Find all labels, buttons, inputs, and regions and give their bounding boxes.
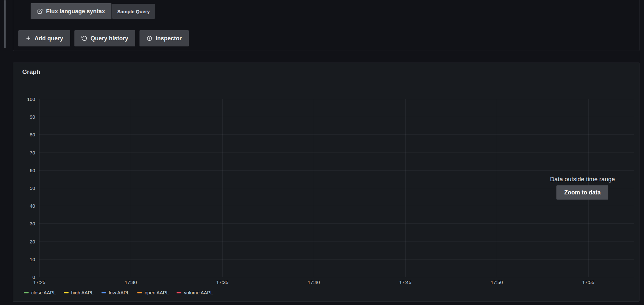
legend-series-swatch (101, 292, 106, 293)
gridline-vertical (131, 99, 131, 277)
y-axis-tick-label: 10 (30, 256, 35, 262)
zoom-to-data-button[interactable]: Zoom to data (556, 185, 608, 200)
y-axis-tick-label: 90 (30, 114, 35, 120)
x-axis-tick-label: 17:45 (399, 280, 411, 285)
y-axis-tick-label: 80 (30, 132, 35, 137)
y-axis-tick-label: 50 (30, 185, 35, 191)
x-axis-tick-label: 17:55 (582, 280, 594, 285)
query-editor-section: Flux language syntax Sample Query Add qu… (13, 0, 639, 51)
legend-series-label: volume AAPL (184, 290, 213, 295)
legend-series-swatch (137, 292, 142, 293)
x-axis-tick-label: 17:40 (308, 280, 320, 285)
x-axis-tick-label: 17:50 (491, 280, 503, 285)
flux-row: Flux language syntax Sample Query (31, 3, 155, 19)
x-axis-tick-label: 17:30 (125, 280, 137, 285)
plot-area[interactable]: Data outside time range Zoom to data (39, 99, 634, 277)
sample-query-label: Sample Query (117, 9, 150, 14)
x-axis-tick-label: 17:35 (216, 280, 228, 285)
sample-query-button[interactable]: Sample Query (112, 4, 155, 19)
out-of-range-message: Data outside time range (550, 176, 615, 183)
legend-item[interactable]: high AAPL (64, 290, 94, 295)
legend-series-swatch (64, 292, 69, 293)
y-axis-tick-label: 20 (30, 239, 35, 244)
add-query-label: Add query (34, 35, 63, 42)
info-circle-icon (147, 35, 152, 41)
flux-language-syntax-button[interactable]: Flux language syntax (31, 3, 111, 19)
legend-series-label: high AAPL (71, 290, 94, 295)
y-axis-tick-label: 60 (30, 167, 35, 173)
y-axis-tick-label: 70 (30, 150, 35, 155)
query-history-label: Query history (91, 35, 128, 42)
gridline-horizontal (39, 241, 634, 242)
gridline-horizontal (39, 259, 634, 260)
gridline-horizontal (39, 206, 634, 206)
graph-panel: Graph 0102030405060708090100 Data outsid… (13, 63, 639, 302)
legend-series-swatch (24, 292, 29, 293)
gridline-vertical (405, 99, 406, 277)
legend-series-label: close AAPL (31, 290, 56, 295)
inspector-label: Inspector (156, 35, 182, 42)
add-query-button[interactable]: Add query (18, 30, 70, 46)
legend-series-label: low AAPL (109, 290, 130, 295)
gridline-vertical (39, 99, 40, 277)
legend-series-swatch (177, 292, 181, 293)
legend-item[interactable]: low AAPL (101, 290, 130, 295)
inspector-button[interactable]: Inspector (139, 30, 189, 46)
legend-item[interactable]: volume AAPL (177, 290, 213, 295)
gridline-horizontal (39, 117, 634, 117)
x-axis-tick-label: 17:25 (33, 280, 45, 285)
gridline-vertical (497, 99, 497, 277)
page: { "colors": { "page_bg": "#111217", "pan… (0, 0, 644, 305)
gridline-horizontal (39, 223, 634, 224)
panel-header[interactable]: Graph (13, 63, 639, 81)
query-history-button[interactable]: Query history (74, 30, 135, 46)
gridline-horizontal (39, 188, 634, 188)
scrollbar-thumb[interactable] (5, 0, 5, 48)
gridline-horizontal (39, 277, 634, 277)
x-axis: 17:2517:3017:3517:4017:4517:5017:55 (39, 280, 634, 286)
flux-button-label: Flux language syntax (46, 8, 105, 15)
panel-title: Graph (22, 68, 40, 75)
plus-icon (25, 35, 31, 41)
gridline-vertical (314, 99, 314, 277)
history-icon (82, 35, 87, 41)
legend: close AAPLhigh AAPLlow AAPLopen AAPLvolu… (24, 290, 213, 295)
legend-series-label: open AAPL (145, 290, 169, 295)
y-axis-tick-label: 0 (33, 274, 35, 280)
query-actions-row: Add query Query history Inspector (18, 30, 189, 46)
out-of-range-overlay: Data outside time range Zoom to data (550, 176, 615, 200)
y-axis-tick-label: 100 (27, 96, 35, 102)
gridline-horizontal (39, 170, 634, 171)
y-axis-tick-label: 40 (30, 203, 35, 209)
external-link-icon (37, 8, 43, 14)
gridline-horizontal (39, 134, 634, 135)
gridline-horizontal (39, 99, 634, 99)
legend-item[interactable]: open AAPL (137, 290, 169, 295)
y-axis-tick-label: 30 (30, 221, 35, 226)
legend-item[interactable]: close AAPL (24, 290, 56, 295)
y-axis: 0102030405060708090100 (13, 99, 35, 277)
gridline-vertical (222, 99, 223, 277)
gridline-horizontal (39, 152, 634, 153)
